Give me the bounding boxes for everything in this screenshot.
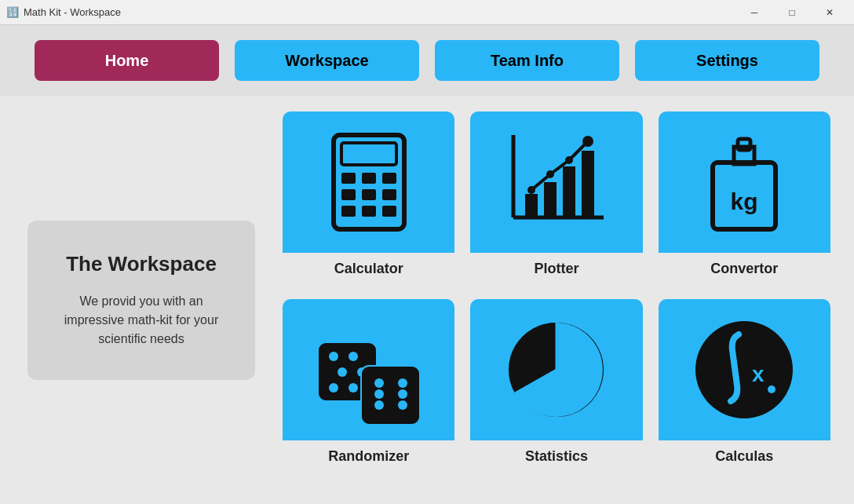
statistics-icon — [498, 311, 615, 429]
svg-point-33 — [374, 378, 384, 388]
svg-rect-13 — [525, 194, 538, 217]
plotter-icon-box — [470, 111, 642, 253]
info-card: The Workspace We provid you with an impr… — [27, 221, 255, 380]
svg-point-19 — [565, 156, 573, 164]
svg-point-36 — [398, 400, 407, 410]
svg-rect-8 — [341, 206, 356, 217]
svg-rect-7 — [382, 189, 396, 200]
svg-point-35 — [374, 400, 384, 410]
svg-point-26 — [329, 352, 338, 361]
titlebar-controls: ─ □ ✕ — [736, 0, 848, 25]
convertor-icon-box: kg — [659, 111, 830, 253]
svg-rect-15 — [563, 166, 575, 217]
calculator-icon-box — [283, 111, 454, 253]
info-card-title: The Workspace — [51, 252, 232, 276]
tool-card-convertor[interactable]: kg Convertor — [659, 111, 830, 283]
calculas-icon-box: x — [659, 299, 830, 440]
svg-rect-32 — [361, 366, 420, 425]
tools-grid: Calculator — [283, 111, 830, 488]
svg-rect-10 — [382, 206, 396, 217]
tool-card-calculator[interactable]: Calculator — [283, 111, 454, 283]
svg-rect-23 — [738, 139, 750, 150]
close-button[interactable]: ✕ — [812, 0, 848, 25]
tool-card-calculas[interactable]: x Calculas — [659, 299, 830, 471]
svg-rect-4 — [382, 173, 396, 184]
randomizer-icon-box — [283, 299, 454, 440]
tool-card-randomizer[interactable]: Randomizer — [283, 299, 454, 471]
plotter-icon — [502, 127, 611, 237]
svg-point-31 — [338, 367, 347, 377]
calculator-icon — [322, 127, 416, 237]
svg-rect-2 — [341, 173, 356, 184]
svg-point-43 — [695, 321, 793, 418]
svg-text:x: x — [752, 362, 765, 386]
calculas-label: Calculas — [715, 440, 773, 471]
svg-point-45 — [768, 385, 776, 393]
randomizer-label: Randomizer — [328, 440, 409, 471]
svg-point-29 — [329, 383, 338, 393]
app-icon: 🔢 — [6, 6, 19, 18]
svg-point-20 — [582, 136, 593, 147]
svg-rect-14 — [544, 182, 557, 217]
nav-settings-button[interactable]: Settings — [635, 40, 819, 81]
svg-point-18 — [546, 170, 554, 178]
nav-workspace-button[interactable]: Workspace — [235, 40, 419, 81]
navbar: Home Workspace Team Info Settings — [0, 25, 854, 96]
svg-point-17 — [527, 186, 535, 194]
svg-point-27 — [349, 352, 358, 361]
tool-card-statistics[interactable]: Statistics — [470, 299, 642, 471]
randomizer-icon — [310, 311, 428, 429]
maximize-button[interactable]: □ — [774, 0, 810, 25]
svg-rect-3 — [362, 173, 376, 184]
svg-rect-9 — [362, 206, 376, 217]
minimize-button[interactable]: ─ — [736, 0, 772, 25]
nav-teaminfo-button[interactable]: Team Info — [435, 40, 619, 81]
left-panel: The Workspace We provid you with an impr… — [24, 111, 259, 488]
calculas-icon: x — [685, 311, 803, 429]
svg-point-34 — [398, 378, 407, 388]
svg-point-37 — [374, 389, 384, 399]
convertor-icon: kg — [697, 127, 791, 237]
svg-rect-5 — [341, 189, 356, 200]
svg-text:kg: kg — [731, 188, 758, 214]
convertor-label: Convertor — [710, 253, 778, 283]
plotter-label: Plotter — [534, 253, 578, 283]
svg-point-38 — [398, 389, 407, 399]
calculator-label: Calculator — [334, 253, 403, 283]
svg-point-30 — [349, 383, 358, 393]
svg-rect-1 — [341, 143, 396, 165]
app-title: Math Kit - Workspace — [24, 6, 121, 18]
info-card-text: We provid you with an impressive math-ki… — [51, 292, 232, 349]
statistics-icon-box — [470, 299, 642, 440]
titlebar: 🔢 Math Kit - Workspace ─ □ ✕ — [0, 0, 854, 25]
statistics-label: Statistics — [525, 440, 588, 471]
svg-rect-6 — [362, 189, 376, 200]
tool-card-plotter[interactable]: Plotter — [470, 111, 642, 283]
main-content: The Workspace We provid you with an impr… — [0, 96, 854, 504]
titlebar-left: 🔢 Math Kit - Workspace — [6, 6, 121, 18]
nav-home-button[interactable]: Home — [35, 40, 219, 81]
svg-rect-16 — [582, 151, 594, 217]
